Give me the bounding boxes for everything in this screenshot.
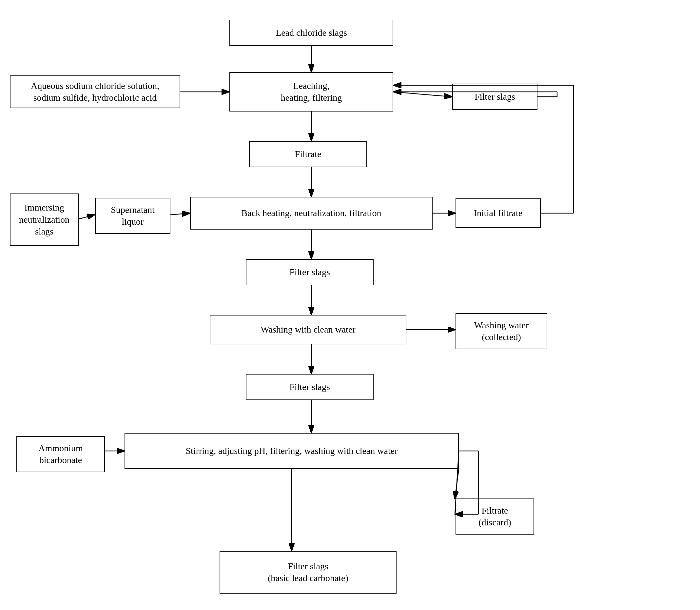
lead-chloride-slags-box: Lead chloride slags — [229, 20, 393, 46]
filter-slags-3-box: Filter slags — [246, 374, 373, 400]
ammonium-bicarbonate-box: Ammoniumbicarbonate — [16, 436, 105, 472]
svg-line-16 — [455, 469, 459, 498]
leaching-box: Leaching,heating, filtering — [229, 72, 393, 112]
flowchart-diagram: Lead chloride slags Leaching,heating, fi… — [0, 0, 700, 610]
immersing-box: Immersingneutralizationslags — [10, 193, 79, 246]
filtrate-box: Filtrate — [249, 141, 367, 167]
svg-line-7 — [170, 213, 189, 215]
filter-slags-basic-box: Filter slags(basic lead carbonate) — [220, 551, 397, 594]
stirring-box: Stirring, adjusting pH, filtering, washi… — [124, 433, 459, 469]
filtrate-discard-box: Filtrate(discard) — [455, 498, 534, 534]
filter-slags-2-box: Filter slags — [246, 259, 373, 285]
washing-water-box: Washing water(collected) — [455, 313, 547, 349]
back-heating-box: Back heating, neutralization, filtration — [190, 197, 433, 229]
washing-box: Washing with clean water — [210, 315, 406, 344]
svg-line-6 — [79, 215, 94, 219]
svg-line-3 — [393, 92, 452, 97]
initial-filtrate-box: Initial filtrate — [455, 198, 541, 228]
supernatant-box: Supernatantliquor — [95, 198, 170, 234]
filter-slags-1-box: Filter slags — [452, 84, 537, 110]
aqueous-sodium-box: Aqueous sodium chloride solution,sodium … — [10, 76, 180, 108]
